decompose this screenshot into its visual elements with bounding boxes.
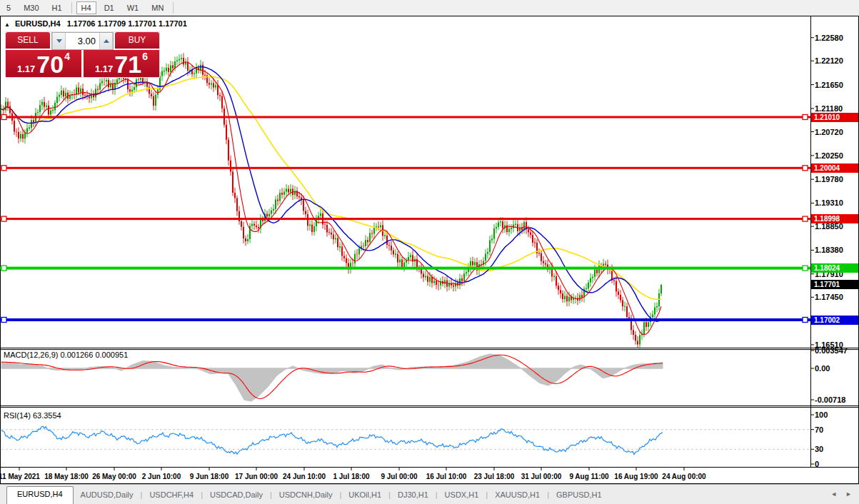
chart-tab-eurusd[interactable]: EURUSD,H4 — [6, 486, 74, 504]
macd-histogram — [1, 354, 663, 401]
one-click-trading-panel: SELL BUY 1.17704 1.17716 — [6, 32, 159, 77]
candles-layer — [1, 53, 661, 349]
line-price-label: 1.18998 — [811, 214, 858, 223]
time-axis-label: 16 Aug 19:00 — [614, 473, 658, 480]
buy-price-display[interactable]: 1.17716 — [84, 50, 159, 77]
price-axis-tick: 1.17450 — [815, 293, 843, 301]
time-axis-label: 17 Jun 00:00 — [235, 473, 278, 480]
price-axis-tick: 1.20250 — [815, 151, 843, 160]
tabs-scroll-left-icon[interactable]: ◄ — [830, 490, 837, 498]
chart-header: ▲ EURUSD,H4 1.17706 1.17709 1.17701 1.17… — [4, 19, 187, 28]
chart-symbol-title: EURUSD,H4 — [15, 19, 61, 28]
macd-axis-tick: 0.00 — [815, 364, 830, 373]
sell-price-big: 70 — [36, 55, 64, 74]
tabs-scroll-right-icon[interactable]: ► — [845, 490, 852, 498]
horizontal-line-1.18998[interactable] — [0, 216, 810, 221]
volume-input[interactable] — [66, 33, 99, 49]
macd-signal-line — [1, 355, 663, 398]
buy-button[interactable]: BUY — [115, 32, 159, 50]
time-axis-label: 2 Jun 10:00 — [142, 473, 181, 480]
rsi-axis-tick: 70 — [815, 425, 823, 434]
chart-tab-usdchf[interactable]: USDCHF,H4 — [142, 488, 201, 504]
time-axis-label: 26 May 00:00 — [92, 473, 136, 480]
rsi-indicator-label: RSI(14) 63.3554 — [4, 411, 61, 420]
time-axis-label: 23 Jul 18:00 — [474, 473, 515, 480]
horizontal-line-1.21010[interactable] — [0, 115, 810, 120]
line-price-label: 1.21010 — [811, 113, 858, 122]
timeframe-button-5[interactable]: 5 — [1, 1, 16, 14]
sell-button[interactable]: SELL — [6, 32, 50, 50]
sell-price-sup: 4 — [64, 51, 70, 62]
price-axis-tick: 1.19310 — [815, 198, 843, 207]
volume-decrease-button[interactable] — [52, 33, 66, 49]
chart-tab-bar: EURUSD,H4AUDUSD,Daily|USDCHF,H4|USDCAD,D… — [0, 484, 859, 504]
timeframe-toolbar: 5M30H1H4D1W1MN — [0, 0, 859, 16]
time-axis-label: 9 Jun 18:00 — [190, 473, 228, 480]
price-axis-tick: 1.21180 — [815, 104, 843, 113]
macd-indicator-label: MACD(12,26,9) 0.001266 0.000951 — [4, 351, 128, 359]
current-price-label: 1.17701 — [811, 280, 858, 289]
toolbar-separator — [71, 2, 72, 14]
rsi-axis-tick: 0 — [815, 460, 819, 468]
chart-tab-audusd[interactable]: AUDUSD,Daily — [74, 488, 141, 504]
line-price-label: 1.17002 — [811, 316, 858, 325]
rsi-axis-tick: 100 — [815, 410, 828, 419]
time-axis-label: 31 Jul 00:00 — [521, 473, 562, 480]
chart-tab-xauusd[interactable]: XAUUSD,H1 — [488, 488, 547, 504]
time-axis-label: 1 Jul 18:00 — [333, 473, 369, 480]
arrow-down-icon — [56, 39, 62, 43]
time-axis-label: 24 Aug 00:00 — [662, 473, 705, 480]
buy-price-big: 71 — [114, 55, 141, 74]
time-axis-label: 9 Jul 00:00 — [381, 473, 417, 480]
volume-spinner — [51, 32, 114, 50]
horizontal-line-1.20004[interactable] — [0, 166, 810, 171]
line-price-label: 1.20004 — [811, 163, 858, 173]
buy-price-sup: 6 — [142, 51, 148, 62]
ma-slow-line — [1, 77, 661, 300]
mt4-terminal: 5M30H1H4D1W1MN ▲ EURUSD,H4 1.17706 1.177… — [0, 0, 859, 504]
price-axis-tick: 1.21650 — [815, 81, 843, 89]
timeframe-button-h1[interactable]: H1 — [47, 1, 67, 14]
price-axis-tick: 1.19780 — [815, 175, 843, 183]
horizontal-line-1.17002[interactable] — [0, 318, 810, 323]
timeframe-button-m30[interactable]: M30 — [19, 1, 44, 14]
price-axis-tick: 1.22120 — [815, 56, 843, 65]
time-axis-label: 11 May 2021 — [0, 473, 40, 480]
collapse-chart-icon[interactable]: ▲ — [4, 21, 10, 28]
timeframe-button-mn[interactable]: MN — [146, 1, 169, 14]
time-axis-label: 24 Jun 10:00 — [283, 473, 326, 480]
volume-increase-button[interactable] — [99, 33, 113, 49]
chart-tab-dj30[interactable]: DJ30,H1 — [391, 488, 436, 504]
horizontal-line-1.18024[interactable] — [0, 266, 810, 271]
time-axis-label: 16 Jul 10:00 — [426, 473, 467, 480]
arrow-up-icon — [104, 39, 109, 43]
sell-price-prefix: 1.17 — [17, 64, 35, 74]
line-price-label: 1.18024 — [811, 263, 858, 273]
time-axis-label: 18 May 18:00 — [44, 473, 89, 480]
chart-tab-usdcnh[interactable]: USDCNH,Daily — [272, 488, 340, 504]
price-axis-tick: 1.22580 — [815, 34, 843, 42]
time-axis-label: 9 Aug 11:00 — [569, 473, 608, 480]
chart-tab-ukoil[interactable]: UKOil,H1 — [341, 488, 388, 504]
sell-price-display[interactable]: 1.17704 — [6, 50, 81, 77]
timeframe-button-h4[interactable]: H4 — [76, 1, 96, 14]
toolbar-separator — [173, 2, 174, 14]
price-axis-tick: 1.18380 — [815, 246, 843, 254]
rsi-line — [1, 426, 663, 454]
chart-tab-gbpusd[interactable]: GBPUSD,H1 — [549, 488, 609, 504]
macd-axis-tick: -0.00718 — [815, 395, 845, 404]
chart-ohlc-values: 1.17706 1.17709 1.17701 1.17701 — [67, 19, 187, 28]
buy-price-prefix: 1.17 — [95, 64, 113, 74]
rsi-axis-tick: 30 — [815, 445, 823, 453]
macd-axis-tick: 0.003547 — [815, 346, 848, 355]
price-axis-tick: 1.20720 — [815, 128, 843, 136]
chart-tab-usdx[interactable]: USDX,H1 — [438, 488, 486, 504]
timeframe-button-w1[interactable]: W1 — [122, 1, 144, 14]
chart-tab-usdcad[interactable]: USDCAD,Daily — [203, 488, 270, 504]
timeframe-button-d1[interactable]: D1 — [99, 1, 119, 14]
